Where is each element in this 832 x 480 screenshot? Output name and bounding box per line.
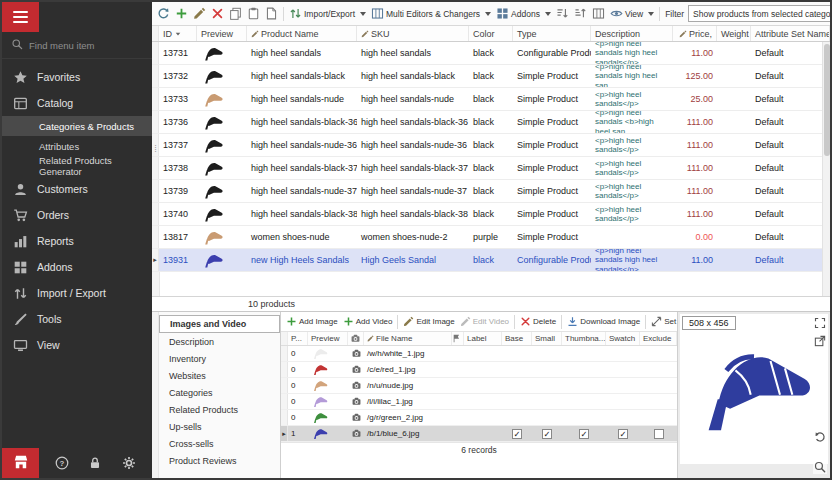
checkbox[interactable]: ✓ bbox=[618, 429, 628, 439]
product-row-13738[interactable]: 13738high heel sandals-black-37high heel… bbox=[152, 157, 822, 180]
product-row-13736[interactable]: 13736high heel sandals-black-36high heel… bbox=[152, 111, 822, 134]
paste-button[interactable] bbox=[245, 4, 262, 23]
addons-dropdown[interactable]: Addons bbox=[494, 4, 553, 23]
column-header-price[interactable]: Price, bbox=[673, 26, 717, 41]
checkbox[interactable]: ✓ bbox=[579, 429, 589, 439]
cell-base bbox=[502, 346, 532, 361]
sidebar-item-favorites[interactable]: Favorites bbox=[2, 64, 152, 90]
column-header-base[interactable]: Base bbox=[502, 332, 532, 345]
column-header-file-name[interactable]: File Name bbox=[364, 332, 452, 345]
image-row-l-i-lilac-1-jpg[interactable]: 0/l/i/lilac_1.jpg bbox=[281, 394, 677, 410]
tab-inventory[interactable]: Inventory bbox=[159, 350, 280, 367]
tab-product-reviews[interactable]: Product Reviews bbox=[159, 452, 280, 469]
menu-search-input[interactable] bbox=[29, 40, 143, 51]
column-header-type[interactable]: Type bbox=[513, 26, 591, 41]
sidebar-item-addons[interactable]: Addons bbox=[2, 254, 152, 280]
sidebar-item-categories-products[interactable]: Categories & Products bbox=[2, 116, 152, 136]
edit-product-button[interactable] bbox=[191, 4, 208, 23]
checkbox[interactable]: ✓ bbox=[512, 429, 522, 439]
checkbox[interactable]: ✓ bbox=[542, 429, 552, 439]
column-header-thumbna[interactable]: Thumbna... bbox=[562, 332, 606, 345]
delete-product-button[interactable] bbox=[209, 4, 226, 23]
sidebar-item-reports[interactable]: Reports bbox=[2, 228, 152, 254]
image-row-n-u-nude-jpg[interactable]: 0/n/u/nude.jpg bbox=[281, 378, 677, 394]
sidebar-item-orders[interactable]: Orders bbox=[2, 202, 152, 228]
image-row-c-e-red-1-jpg[interactable]: 0/c/e/red_1.jpg bbox=[281, 362, 677, 378]
sidebar-item-catalog[interactable]: Catalog bbox=[2, 90, 152, 116]
column-header-small[interactable]: Small bbox=[532, 332, 562, 345]
fullscreen-icon[interactable] bbox=[813, 316, 827, 330]
import-export-dropdown[interactable]: Import/Export bbox=[287, 4, 368, 23]
column-header-p[interactable]: P... bbox=[288, 332, 308, 345]
menu-toggle-button[interactable] bbox=[2, 2, 39, 32]
columns-button[interactable] bbox=[590, 4, 607, 23]
column-header-flag[interactable] bbox=[452, 332, 464, 345]
add-image-button[interactable]: Add Image bbox=[284, 316, 340, 327]
sidebar-item-tools[interactable]: Tools bbox=[2, 306, 152, 332]
tab-description[interactable]: Description bbox=[159, 333, 280, 350]
delete-button[interactable]: Delete bbox=[518, 316, 558, 327]
sidebar-item-attributes[interactable]: Attributes bbox=[2, 136, 152, 156]
tab-related-products[interactable]: Related Products bbox=[159, 401, 280, 418]
tab-categories[interactable]: Categories bbox=[159, 384, 280, 401]
column-header-preview[interactable]: Preview bbox=[308, 332, 348, 345]
help-icon[interactable]: ? bbox=[55, 456, 69, 470]
column-header-attribute-set-name[interactable]: Attribute Set Name bbox=[751, 26, 830, 41]
column-header-sku[interactable]: SKU bbox=[357, 26, 469, 41]
sort-descending-button[interactable] bbox=[572, 4, 589, 23]
image-row-g-r-green-2-jpg[interactable]: 0/g/r/green_2.jpg bbox=[281, 410, 677, 426]
sort-ascending-button[interactable] bbox=[554, 4, 571, 23]
vertical-scrollbar[interactable] bbox=[822, 42, 830, 296]
product-row-13739[interactable]: 13739high heel sandals-nude-37high heel … bbox=[152, 180, 822, 203]
product-row-13931[interactable]: ▸13931new High Heels SandalsHigh Geels S… bbox=[152, 249, 822, 272]
edit-video-button[interactable]: Edit Video bbox=[458, 316, 511, 327]
scrollbar-thumb[interactable] bbox=[824, 44, 830, 156]
sidebar-item-customers[interactable]: Customers bbox=[2, 176, 152, 202]
settings-gear-icon[interactable] bbox=[122, 456, 136, 470]
category-filter-select[interactable]: Show products from selected categories bbox=[688, 5, 830, 22]
column-header-label[interactable]: Label bbox=[464, 332, 502, 345]
lock-icon[interactable] bbox=[88, 456, 102, 470]
copy-button[interactable] bbox=[227, 4, 244, 23]
image-size-field[interactable]: 508 x 456 bbox=[682, 316, 736, 330]
store-button[interactable] bbox=[2, 448, 39, 478]
tab-websites[interactable]: Websites bbox=[159, 367, 280, 384]
tab-cross-sells[interactable]: Cross-sells bbox=[159, 435, 280, 452]
column-header-product-name[interactable]: Product Name bbox=[247, 26, 357, 41]
splitter-handle[interactable]: ⁞ bbox=[152, 145, 159, 153]
sidebar-item-related-products-generator[interactable]: Related Products Generator bbox=[2, 156, 152, 176]
view-dropdown[interactable]: View bbox=[608, 4, 656, 23]
column-header-swatch[interactable]: Swatch bbox=[606, 332, 640, 345]
multi-editors-dropdown[interactable]: Multi Editors & Changers bbox=[369, 4, 493, 23]
product-row-13733[interactable]: 13733high heel sandals-nudehigh heel san… bbox=[152, 88, 822, 111]
image-row-w-h-white-1-jpg[interactable]: 0/w/h/white_1.jpg bbox=[281, 346, 677, 362]
sidebar-item-import-export[interactable]: Import / Export bbox=[2, 280, 152, 306]
download-image-button[interactable]: Download Image bbox=[565, 316, 642, 327]
zoom-icon[interactable] bbox=[813, 460, 827, 474]
product-row-13740[interactable]: 13740high heel sandals-black-38high heel… bbox=[152, 203, 822, 226]
refresh-image-icon[interactable] bbox=[813, 430, 827, 444]
column-header-preview[interactable]: Preview bbox=[197, 26, 247, 41]
column-header-weight[interactable]: Weight bbox=[717, 26, 751, 41]
tab-up-sells[interactable]: Up-sells bbox=[159, 418, 280, 435]
product-row-13732[interactable]: 13732high heel sandals-blackhigh heel sa… bbox=[152, 65, 822, 88]
column-header-camera[interactable] bbox=[348, 332, 364, 345]
document-button[interactable] bbox=[263, 4, 280, 23]
add-product-button[interactable] bbox=[173, 4, 190, 23]
checkbox[interactable] bbox=[654, 429, 664, 439]
product-row-13737[interactable]: 13737high heel sandals-nude-36high heel … bbox=[152, 134, 822, 157]
add-video-button[interactable]: Add Video bbox=[341, 316, 395, 327]
column-header-exclude[interactable]: Exclude bbox=[640, 332, 677, 345]
column-header-id[interactable]: ID bbox=[159, 26, 197, 41]
edit-image-button[interactable]: Edit Image bbox=[401, 316, 456, 327]
product-row-13817[interactable]: 13817women shoes-nudewomen shoes-nude-2p… bbox=[152, 226, 822, 249]
image-row-b-1-blue-6-jpg[interactable]: ▸1/b/1/blue_6.jpg✓✓✓✓ bbox=[281, 426, 677, 442]
open-external-icon[interactable] bbox=[813, 334, 827, 348]
column-header-description[interactable]: Description bbox=[591, 26, 673, 41]
sidebar-item-view[interactable]: View bbox=[2, 332, 152, 358]
tab-images-and-video[interactable]: Images and Video bbox=[159, 315, 280, 333]
column-header-color[interactable]: Color bbox=[469, 26, 513, 41]
set-resize-rule-button[interactable]: Set Resize Rule bbox=[649, 316, 677, 327]
refresh-button[interactable] bbox=[155, 4, 172, 23]
product-row-13731[interactable]: 13731high heel sandalshigh heel sandalsb… bbox=[152, 42, 822, 65]
